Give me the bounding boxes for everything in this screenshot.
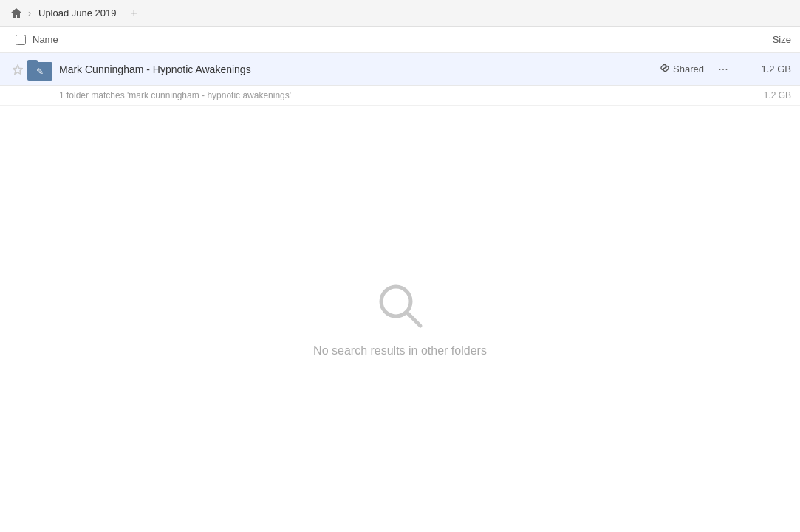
file-size: 1.2 GB xyxy=(739,64,791,75)
svg-text:✎: ✎ xyxy=(36,66,44,77)
search-empty-icon xyxy=(374,279,427,332)
name-column-header: Name xyxy=(33,34,732,45)
empty-state: No search results in other folders xyxy=(0,106,800,531)
match-info-text: 1 folder matches 'mark cunningham - hypn… xyxy=(59,90,291,100)
size-column-header: Size xyxy=(732,34,791,45)
empty-state-message: No search results in other folders xyxy=(313,344,487,358)
breadcrumb-chevron: › xyxy=(28,8,31,18)
link-icon xyxy=(660,63,670,75)
star-icon[interactable] xyxy=(9,64,27,75)
match-info-row: 1 folder matches 'mark cunningham - hypn… xyxy=(0,86,800,106)
svg-line-5 xyxy=(407,313,420,326)
folder-icon: ✎ xyxy=(27,56,53,83)
shared-label: Shared xyxy=(673,64,704,75)
home-button[interactable] xyxy=(6,3,27,24)
more-options-button[interactable]: ··· xyxy=(713,59,734,80)
top-bar: › Upload June 2019 + xyxy=(0,0,800,27)
file-name: Mark Cunningham - Hypnotic Awakenings xyxy=(59,64,660,75)
svg-rect-2 xyxy=(27,60,38,66)
svg-marker-0 xyxy=(13,65,23,74)
breadcrumb-item[interactable]: Upload June 2019 xyxy=(33,6,123,20)
match-info-size: 1.2 GB xyxy=(764,90,791,100)
select-all-checkbox[interactable] xyxy=(16,35,26,45)
shared-badge: Shared xyxy=(660,63,704,75)
column-headers: Name Size xyxy=(0,27,800,53)
file-row[interactable]: ✎ Mark Cunningham - Hypnotic Awakenings … xyxy=(0,53,800,86)
select-all-checkbox-area[interactable] xyxy=(9,35,33,45)
add-tab-button[interactable]: + xyxy=(126,4,143,22)
